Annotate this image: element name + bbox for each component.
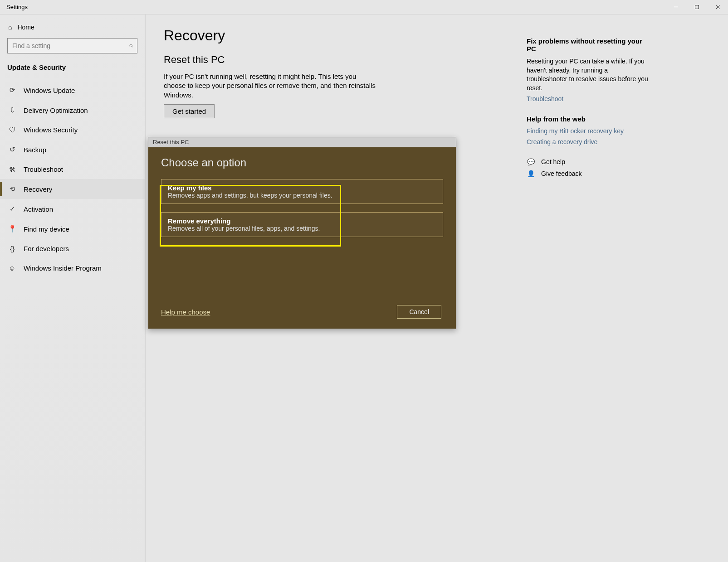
close-button[interactable]	[707, 0, 728, 14]
option-description: Removes all of your personal files, apps…	[168, 225, 436, 232]
svg-rect-1	[695, 5, 699, 9]
sync-icon: ⟳	[8, 86, 16, 94]
reset-pc-dialog: Reset this PC Choose an option Keep my f…	[148, 137, 456, 329]
sidebar-item-label: Delivery Optimization	[24, 107, 88, 114]
troubleshoot-link[interactable]: Troubleshoot	[527, 95, 649, 102]
sidebar-item-windows-security[interactable]: 🛡 Windows Security	[0, 120, 145, 140]
page-title: Recovery	[164, 27, 490, 44]
fix-description: Resetting your PC can take a while. If y…	[527, 57, 649, 92]
sidebar-item-label: Find my device	[24, 225, 69, 233]
developer-icon: {}	[8, 245, 16, 252]
sidebar-item-backup[interactable]: ↺ Backup	[0, 140, 145, 160]
get-help-row[interactable]: 💬 Get help	[527, 158, 649, 165]
bitlocker-link[interactable]: Finding my BitLocker recovery key	[527, 127, 649, 135]
sidebar-item-label: Backup	[24, 146, 46, 154]
sidebar-item-delivery-optimization[interactable]: ⇩ Delivery Optimization	[0, 100, 145, 120]
option-title: Remove everything	[168, 217, 436, 225]
help-web-title: Help from the web	[527, 115, 649, 123]
minimize-button[interactable]	[665, 0, 686, 14]
recovery-icon: ⟲	[8, 185, 16, 193]
sidebar: ⌂ Home ⌕ Update & Security ⟳ Windows Upd…	[0, 15, 145, 562]
insider-icon: ☺	[8, 264, 16, 272]
maximize-button[interactable]	[686, 0, 707, 14]
sidebar-item-label: Recovery	[24, 185, 52, 193]
sidebar-item-insider[interactable]: ☺ Windows Insider Program	[0, 258, 145, 278]
sidebar-home[interactable]: ⌂ Home	[0, 15, 145, 38]
sidebar-item-activation[interactable]: ✓ Activation	[0, 199, 145, 219]
location-icon: 📍	[8, 225, 16, 233]
sidebar-item-label: For developers	[24, 245, 69, 252]
dialog-heading: Choose an option	[161, 156, 443, 169]
cancel-button[interactable]: Cancel	[397, 305, 441, 319]
titlebar: Settings	[0, 0, 728, 15]
sidebar-item-troubleshoot[interactable]: 🛠 Troubleshoot	[0, 160, 145, 179]
sidebar-item-label: Activation	[24, 205, 53, 213]
reset-heading: Reset this PC	[164, 54, 490, 66]
sidebar-item-label: Troubleshoot	[24, 165, 63, 173]
sidebar-item-windows-update[interactable]: ⟳ Windows Update	[0, 80, 145, 100]
sidebar-item-recovery[interactable]: ⟲ Recovery	[0, 179, 145, 199]
option-description: Removes apps and settings, but keeps you…	[168, 192, 436, 199]
sidebar-home-label: Home	[17, 24, 34, 31]
sidebar-item-label: Windows Update	[24, 87, 75, 94]
wrench-icon: 🛠	[8, 165, 16, 173]
option-title: Keep my files	[168, 184, 436, 192]
give-feedback-label: Give feedback	[541, 170, 582, 177]
search-icon: ⌕	[129, 41, 133, 48]
get-help-label: Get help	[541, 158, 565, 165]
shield-icon: 🛡	[8, 126, 16, 134]
option-remove-everything[interactable]: Remove everything Removes all of your pe…	[161, 212, 443, 237]
sidebar-item-label: Windows Insider Program	[24, 264, 102, 272]
check-icon: ✓	[8, 205, 16, 213]
sidebar-category: Update & Security	[0, 60, 145, 77]
get-started-button[interactable]: Get started	[164, 104, 215, 118]
sidebar-item-for-developers[interactable]: {} For developers	[0, 239, 145, 258]
feedback-icon: 👤	[527, 170, 535, 177]
dialog-titlebar: Reset this PC	[148, 137, 456, 147]
fix-title: Fix problems without resetting your PC	[527, 37, 649, 53]
sidebar-item-find-my-device[interactable]: 📍 Find my device	[0, 219, 145, 239]
window-title: Settings	[6, 4, 28, 10]
help-icon: 💬	[527, 158, 535, 165]
option-keep-my-files[interactable]: Keep my files Removes apps and settings,…	[161, 179, 443, 204]
backup-icon: ↺	[8, 145, 16, 154]
reset-description: If your PC isn't running well, resetting…	[164, 72, 377, 100]
help-me-choose-link[interactable]: Help me choose	[161, 308, 210, 316]
recovery-drive-link[interactable]: Creating a recovery drive	[527, 138, 649, 145]
home-icon: ⌂	[8, 24, 12, 31]
sidebar-item-label: Windows Security	[24, 126, 78, 134]
download-icon: ⇩	[8, 106, 16, 114]
give-feedback-row[interactable]: 👤 Give feedback	[527, 170, 649, 177]
search-input[interactable]	[7, 38, 137, 53]
